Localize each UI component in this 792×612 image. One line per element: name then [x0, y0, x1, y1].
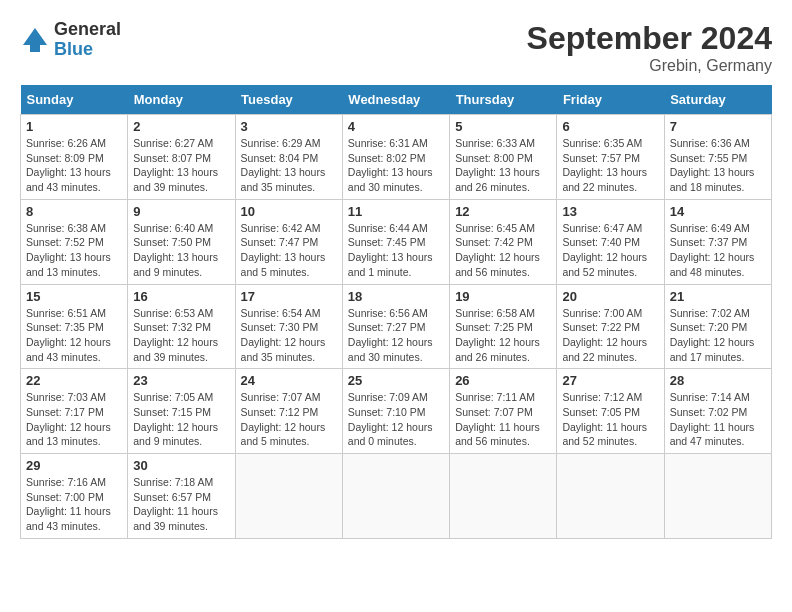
calendar-day-cell: [342, 454, 449, 539]
day-number: 25: [348, 373, 444, 388]
day-number: 3: [241, 119, 337, 134]
svg-marker-0: [23, 28, 47, 45]
calendar-day-cell: 9Sunrise: 6:40 AM Sunset: 7:50 PM Daylig…: [128, 199, 235, 284]
day-info: Sunrise: 7:14 AM Sunset: 7:02 PM Dayligh…: [670, 390, 766, 449]
day-of-week-header: Tuesday: [235, 85, 342, 115]
day-info: Sunrise: 7:12 AM Sunset: 7:05 PM Dayligh…: [562, 390, 658, 449]
logo: General Blue: [20, 20, 121, 60]
calendar-day-cell: 28Sunrise: 7:14 AM Sunset: 7:02 PM Dayli…: [664, 369, 771, 454]
calendar-day-cell: 2Sunrise: 6:27 AM Sunset: 8:07 PM Daylig…: [128, 115, 235, 200]
day-info: Sunrise: 6:42 AM Sunset: 7:47 PM Dayligh…: [241, 221, 337, 280]
day-info: Sunrise: 6:27 AM Sunset: 8:07 PM Dayligh…: [133, 136, 229, 195]
calendar-day-cell: 14Sunrise: 6:49 AM Sunset: 7:37 PM Dayli…: [664, 199, 771, 284]
day-number: 2: [133, 119, 229, 134]
svg-rect-1: [30, 45, 40, 52]
day-number: 8: [26, 204, 122, 219]
day-number: 19: [455, 289, 551, 304]
day-info: Sunrise: 6:33 AM Sunset: 8:00 PM Dayligh…: [455, 136, 551, 195]
day-number: 30: [133, 458, 229, 473]
day-of-week-header: Thursday: [450, 85, 557, 115]
day-number: 12: [455, 204, 551, 219]
day-number: 11: [348, 204, 444, 219]
calendar-day-cell: 8Sunrise: 6:38 AM Sunset: 7:52 PM Daylig…: [21, 199, 128, 284]
calendar-day-cell: [664, 454, 771, 539]
day-info: Sunrise: 7:03 AM Sunset: 7:17 PM Dayligh…: [26, 390, 122, 449]
day-info: Sunrise: 6:44 AM Sunset: 7:45 PM Dayligh…: [348, 221, 444, 280]
day-number: 28: [670, 373, 766, 388]
day-number: 13: [562, 204, 658, 219]
day-number: 23: [133, 373, 229, 388]
calendar-day-cell: 15Sunrise: 6:51 AM Sunset: 7:35 PM Dayli…: [21, 284, 128, 369]
day-info: Sunrise: 7:07 AM Sunset: 7:12 PM Dayligh…: [241, 390, 337, 449]
calendar-day-cell: 29Sunrise: 7:16 AM Sunset: 7:00 PM Dayli…: [21, 454, 128, 539]
calendar-day-cell: 7Sunrise: 6:36 AM Sunset: 7:55 PM Daylig…: [664, 115, 771, 200]
day-of-week-header: Saturday: [664, 85, 771, 115]
calendar-day-cell: 11Sunrise: 6:44 AM Sunset: 7:45 PM Dayli…: [342, 199, 449, 284]
day-of-week-header: Monday: [128, 85, 235, 115]
day-number: 6: [562, 119, 658, 134]
day-number: 5: [455, 119, 551, 134]
day-info: Sunrise: 6:56 AM Sunset: 7:27 PM Dayligh…: [348, 306, 444, 365]
day-info: Sunrise: 6:51 AM Sunset: 7:35 PM Dayligh…: [26, 306, 122, 365]
calendar-day-cell: 19Sunrise: 6:58 AM Sunset: 7:25 PM Dayli…: [450, 284, 557, 369]
calendar-day-cell: 22Sunrise: 7:03 AM Sunset: 7:17 PM Dayli…: [21, 369, 128, 454]
day-info: Sunrise: 7:02 AM Sunset: 7:20 PM Dayligh…: [670, 306, 766, 365]
day-number: 10: [241, 204, 337, 219]
calendar-day-cell: [450, 454, 557, 539]
day-number: 4: [348, 119, 444, 134]
day-info: Sunrise: 6:49 AM Sunset: 7:37 PM Dayligh…: [670, 221, 766, 280]
day-info: Sunrise: 6:40 AM Sunset: 7:50 PM Dayligh…: [133, 221, 229, 280]
calendar-day-cell: 26Sunrise: 7:11 AM Sunset: 7:07 PM Dayli…: [450, 369, 557, 454]
calendar-table: SundayMondayTuesdayWednesdayThursdayFrid…: [20, 85, 772, 539]
calendar-day-cell: [235, 454, 342, 539]
day-number: 22: [26, 373, 122, 388]
calendar-day-cell: 16Sunrise: 6:53 AM Sunset: 7:32 PM Dayli…: [128, 284, 235, 369]
calendar-day-cell: 1Sunrise: 6:26 AM Sunset: 8:09 PM Daylig…: [21, 115, 128, 200]
day-info: Sunrise: 6:53 AM Sunset: 7:32 PM Dayligh…: [133, 306, 229, 365]
calendar-week-row: 8Sunrise: 6:38 AM Sunset: 7:52 PM Daylig…: [21, 199, 772, 284]
calendar-day-cell: 24Sunrise: 7:07 AM Sunset: 7:12 PM Dayli…: [235, 369, 342, 454]
calendar-day-cell: 13Sunrise: 6:47 AM Sunset: 7:40 PM Dayli…: [557, 199, 664, 284]
day-info: Sunrise: 7:09 AM Sunset: 7:10 PM Dayligh…: [348, 390, 444, 449]
calendar-day-cell: 30Sunrise: 7:18 AM Sunset: 6:57 PM Dayli…: [128, 454, 235, 539]
day-info: Sunrise: 7:11 AM Sunset: 7:07 PM Dayligh…: [455, 390, 551, 449]
day-number: 15: [26, 289, 122, 304]
calendar-week-row: 1Sunrise: 6:26 AM Sunset: 8:09 PM Daylig…: [21, 115, 772, 200]
day-number: 24: [241, 373, 337, 388]
day-info: Sunrise: 6:47 AM Sunset: 7:40 PM Dayligh…: [562, 221, 658, 280]
day-of-week-header: Sunday: [21, 85, 128, 115]
day-number: 9: [133, 204, 229, 219]
day-number: 7: [670, 119, 766, 134]
day-info: Sunrise: 6:36 AM Sunset: 7:55 PM Dayligh…: [670, 136, 766, 195]
logo-blue: Blue: [54, 40, 121, 60]
page-header: General Blue September 2024 Grebin, Germ…: [20, 20, 772, 75]
day-info: Sunrise: 7:16 AM Sunset: 7:00 PM Dayligh…: [26, 475, 122, 534]
calendar-day-cell: 10Sunrise: 6:42 AM Sunset: 7:47 PM Dayli…: [235, 199, 342, 284]
calendar-day-cell: 17Sunrise: 6:54 AM Sunset: 7:30 PM Dayli…: [235, 284, 342, 369]
calendar-day-cell: 20Sunrise: 7:00 AM Sunset: 7:22 PM Dayli…: [557, 284, 664, 369]
day-info: Sunrise: 6:31 AM Sunset: 8:02 PM Dayligh…: [348, 136, 444, 195]
day-number: 27: [562, 373, 658, 388]
day-info: Sunrise: 7:00 AM Sunset: 7:22 PM Dayligh…: [562, 306, 658, 365]
day-info: Sunrise: 6:54 AM Sunset: 7:30 PM Dayligh…: [241, 306, 337, 365]
calendar-day-cell: 27Sunrise: 7:12 AM Sunset: 7:05 PM Dayli…: [557, 369, 664, 454]
day-info: Sunrise: 7:18 AM Sunset: 6:57 PM Dayligh…: [133, 475, 229, 534]
day-number: 18: [348, 289, 444, 304]
day-info: Sunrise: 6:26 AM Sunset: 8:09 PM Dayligh…: [26, 136, 122, 195]
calendar-day-cell: [557, 454, 664, 539]
header-row: SundayMondayTuesdayWednesdayThursdayFrid…: [21, 85, 772, 115]
day-number: 1: [26, 119, 122, 134]
logo-general: General: [54, 20, 121, 40]
day-info: Sunrise: 7:05 AM Sunset: 7:15 PM Dayligh…: [133, 390, 229, 449]
location: Grebin, Germany: [527, 57, 772, 75]
day-of-week-header: Friday: [557, 85, 664, 115]
calendar-week-row: 29Sunrise: 7:16 AM Sunset: 7:00 PM Dayli…: [21, 454, 772, 539]
calendar-day-cell: 3Sunrise: 6:29 AM Sunset: 8:04 PM Daylig…: [235, 115, 342, 200]
calendar-day-cell: 18Sunrise: 6:56 AM Sunset: 7:27 PM Dayli…: [342, 284, 449, 369]
calendar-day-cell: 5Sunrise: 6:33 AM Sunset: 8:00 PM Daylig…: [450, 115, 557, 200]
calendar-day-cell: 12Sunrise: 6:45 AM Sunset: 7:42 PM Dayli…: [450, 199, 557, 284]
month-title: September 2024: [527, 20, 772, 57]
calendar-day-cell: 6Sunrise: 6:35 AM Sunset: 7:57 PM Daylig…: [557, 115, 664, 200]
calendar-day-cell: 21Sunrise: 7:02 AM Sunset: 7:20 PM Dayli…: [664, 284, 771, 369]
calendar-day-cell: 23Sunrise: 7:05 AM Sunset: 7:15 PM Dayli…: [128, 369, 235, 454]
